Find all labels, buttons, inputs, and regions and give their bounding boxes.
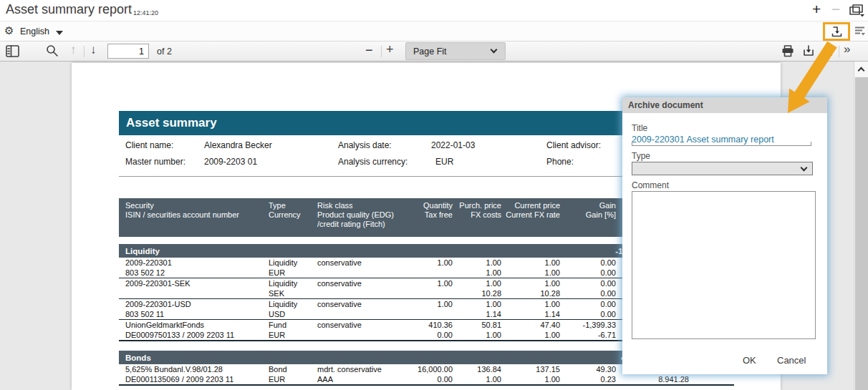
table-cell-line: 0.00 xyxy=(560,258,616,268)
table-cell-line xyxy=(406,268,453,278)
next-page-icon[interactable]: ↓ xyxy=(90,43,97,57)
table-cell-line xyxy=(125,288,269,298)
title-input-value: 2009-220301 Asset summary report xyxy=(632,135,774,145)
table-cell-line: 1.14 xyxy=(453,309,501,319)
table-cell: 0.000.00 xyxy=(560,258,616,278)
table-cell-line: UnionGeldmarktFonds xyxy=(125,320,269,330)
table-cell-line: 803 502 12 xyxy=(125,268,269,278)
analysis-date-value: 2022-01-03 xyxy=(431,140,475,150)
cancel-button[interactable]: Cancel xyxy=(777,355,806,366)
table-cell: 0.000.00 xyxy=(560,278,616,298)
bookmark-icon[interactable] xyxy=(824,46,833,59)
table-cell-line: Fund xyxy=(269,320,317,330)
table-cell-line: USD xyxy=(269,309,317,319)
language-selector[interactable]: English xyxy=(20,26,49,36)
table-cell-line: 1.00 xyxy=(501,330,560,340)
table-cell: 1.001.00 xyxy=(501,258,560,278)
table-cell-line: 49.30 xyxy=(560,364,616,374)
table-cell: 0.000.00 xyxy=(560,299,616,319)
table-cell: conservative xyxy=(317,258,406,278)
table-header-line: Quantity xyxy=(406,201,453,210)
client-advisor-label: Client advisor: xyxy=(546,140,601,150)
table-cell-line: EUR xyxy=(269,374,317,384)
table-cell: 1.0010.28 xyxy=(501,278,560,298)
title-field-label: Title xyxy=(632,123,647,133)
table-cell-line: 1.00 xyxy=(406,299,453,309)
table-header-column: QuantityTax free xyxy=(406,201,453,237)
section-total: 49.30 xyxy=(151,354,642,362)
archive-document-button[interactable] xyxy=(823,22,850,41)
table-cell-line: 1.00 xyxy=(453,278,501,288)
window-restore-icon[interactable] xyxy=(849,4,865,20)
page-number-input[interactable] xyxy=(107,44,149,59)
table-header-line: Current price xyxy=(501,201,560,210)
table-cell-line xyxy=(317,268,406,278)
type-field-label: Type xyxy=(632,151,650,161)
scrollbar-thumb[interactable] xyxy=(855,77,868,390)
zoom-in-icon[interactable]: + xyxy=(386,42,394,57)
table-cell-line: conservative xyxy=(317,258,406,268)
table-cell-line: 1.00 xyxy=(453,330,501,340)
minimize-icon[interactable]: − xyxy=(831,1,840,18)
table-header-line: Current FX rate xyxy=(501,210,560,220)
chevron-down-icon[interactable] xyxy=(56,31,63,35)
table-cell-line: 0.00 xyxy=(406,374,453,384)
chevron-down-icon xyxy=(491,47,498,54)
table-cell-line: EUR xyxy=(269,268,317,278)
table-cell-line: 47.40 xyxy=(501,320,560,330)
table-header-line: Purch. price xyxy=(453,201,501,210)
vertical-scrollbar[interactable] xyxy=(854,62,868,390)
table-cell-line: 2009-220301 xyxy=(125,258,269,268)
table-cell-line: 2009-220301-SEK xyxy=(125,278,269,288)
table-cell-line xyxy=(406,288,453,298)
table-cell-line xyxy=(317,330,406,340)
more-tools-icon[interactable]: » xyxy=(844,42,850,57)
table-cell: 410.360.00 xyxy=(406,320,453,340)
table-cell: BondEUR xyxy=(269,364,317,384)
table-cell: 16,000.000.00 xyxy=(406,364,453,384)
input-tick xyxy=(811,142,811,145)
save-icon[interactable] xyxy=(802,44,815,60)
scroll-up-button[interactable] xyxy=(854,62,868,77)
search-icon[interactable] xyxy=(46,44,59,60)
table-header-line: /credit rating (Fitch) xyxy=(317,220,406,229)
print-icon[interactable] xyxy=(781,45,794,60)
table-cell: 1.00 xyxy=(406,258,453,278)
table-cell-line: -6.71 xyxy=(560,330,616,340)
table-header-column: TypeCurrency xyxy=(269,201,317,237)
title-input[interactable]: 2009-220301 Asset summary report xyxy=(632,134,811,146)
table-cell-line: 0.23 xyxy=(560,374,616,384)
ok-button[interactable]: OK xyxy=(743,355,756,366)
table-header-line: Risk class xyxy=(317,201,406,210)
table-cell: 1.0010.28 xyxy=(453,278,501,298)
table-cell-line xyxy=(317,288,406,298)
table-cell: 2009-220301803 502 12 xyxy=(125,258,269,278)
table-cell: mdrt. conservativeAAA xyxy=(317,364,406,384)
table-cell-line: 50.81 xyxy=(453,320,501,330)
table-header-column: Risk classProduct quality (EDG)/credit r… xyxy=(317,201,406,237)
table-cell-line: Liquidity xyxy=(269,278,317,288)
table-cell-line: mdrt. conservative xyxy=(317,364,406,374)
title-bar: Asset summary report 12:41:20 + − xyxy=(0,0,868,21)
add-icon[interactable]: + xyxy=(812,1,821,18)
table-header-line: Product quality (EDG) xyxy=(317,210,406,220)
table-header-line: FX costs xyxy=(453,210,501,220)
sidebar-toggle-icon[interactable] xyxy=(6,45,19,60)
table-cell: 2009-220301-SEK xyxy=(125,278,269,298)
table-cell: 1.001.14 xyxy=(501,299,560,319)
table-cell: LiquiditySEK xyxy=(269,278,317,298)
table-cell: 137.151.00 xyxy=(501,364,560,384)
type-select[interactable] xyxy=(632,162,813,175)
zoom-out-icon[interactable]: − xyxy=(365,43,373,58)
list-options-icon[interactable] xyxy=(854,26,865,39)
table-header-column: Purch. priceFX costs xyxy=(453,201,501,237)
comment-textarea[interactable] xyxy=(632,191,816,339)
table-cell: 1.001.00 xyxy=(453,258,501,278)
table-header-column: Current priceCurrent FX rate xyxy=(501,201,560,237)
table-cell: 1.00 xyxy=(406,278,453,298)
previous-page-icon[interactable]: ↑ xyxy=(70,43,77,57)
gear-icon[interactable]: ⚙ xyxy=(4,24,14,37)
table-cell-line: EUR xyxy=(269,330,317,340)
zoom-level-select[interactable]: Page Fit xyxy=(405,42,506,60)
table-cell-line: 1.00 xyxy=(501,258,560,268)
